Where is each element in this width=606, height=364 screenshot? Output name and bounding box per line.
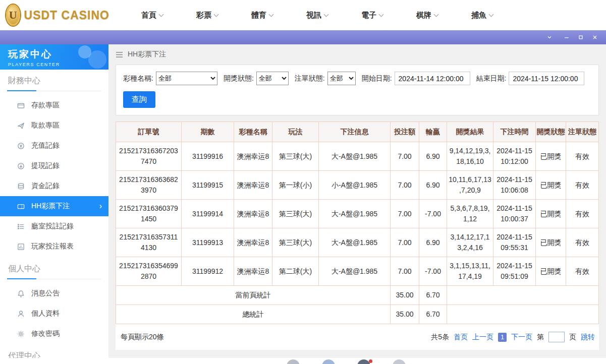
nav-item-home[interactable]: 首頁 [125,0,180,30]
col-result: 開獎結果 [447,122,493,142]
sidebar: 玩家中心 PLAYERS CENTER 財務中心 存款專區 取款專區 充值記錄 [0,44,108,364]
start-date-label: 開始日期: [362,74,392,83]
cell-order-status: 有效 [566,257,599,286]
order-status-select[interactable]: 全部 [327,72,356,85]
draw-status-select[interactable]: 全部 [256,72,289,85]
cell-order-status: 有效 [566,142,599,171]
close-icon[interactable] [588,32,602,43]
next-page-link[interactable]: 下一页 [511,333,532,342]
cell-info: 大-A盤@1.985 [319,228,391,257]
footer-icon[interactable] [393,359,406,364]
page-jump-input[interactable] [548,332,565,342]
start-date-input[interactable] [395,72,470,85]
main-content: HH彩票下注 彩種名稱: 全部 開獎狀態: 全部 注單狀態: 全部 [108,44,606,364]
draw-status-filter-label: 開獎狀態: [224,74,254,83]
first-page-link[interactable]: 首页 [454,333,468,342]
table-row: 2152173163636823970 31199915 澳洲幸运8 第一球(小… [116,171,599,200]
jump-label-before: 第 [537,333,544,342]
total-count: 共5条 [431,333,449,342]
nav-item-live[interactable]: 視訊 [290,0,345,30]
maximize-icon[interactable] [574,32,588,43]
col-info: 下注信息 [319,122,391,142]
col-play: 玩法 [272,122,319,142]
minimize-icon[interactable] [560,32,574,43]
app-window: U USDT CASINO 首頁 彩票 體育 視訊 電子 棋牌 捕魚 [0,0,606,364]
footer-icon[interactable] [322,359,335,364]
col-order-status: 注單狀態 [566,122,599,142]
cell-time: 2024-11-15 10:12:00 [493,142,536,171]
current-page-indicator[interactable]: 1 [498,333,507,342]
nav-item-sports[interactable]: 體育 [235,0,290,30]
cell-info: 大-A盤@1.985 [319,200,391,228]
pagination: 每頁顯示20條 共5条 首页 上一页 1 下一页 第 页 跳转 [116,324,599,350]
jump-label-after: 页 [569,333,576,342]
cell-bet: 7.00 [391,257,419,286]
cell-bet: 7.00 [391,200,419,228]
logo[interactable]: U USDT CASINO [6,5,109,26]
cell-order: 2152173163636823970 [116,171,182,200]
sidebar-menu-personal: 消息公告 個人資料 修改密碼 [0,279,108,345]
room-bet-record-icon [17,223,25,230]
sidebar-item-deposit[interactable]: 存款專區 [0,95,108,115]
filter-row: 彩種名稱: 全部 開獎狀態: 全部 注單狀態: 全部 開始日期: 結束日期: [123,72,591,85]
withdraw-icon [17,122,25,130]
sidebar-item-profile[interactable]: 個人資料 [0,304,108,324]
prev-page-link[interactable]: 上一页 [472,333,493,342]
summary-bet-total: 35.00 [391,305,419,324]
chevron-down-icon [269,12,274,17]
table-row: 2152173163603791450 31199914 澳洲幸运8 第三球(大… [116,200,599,228]
top-header: U USDT CASINO 首頁 彩票 體育 視訊 電子 棋牌 捕魚 [0,0,606,30]
page-title: HH彩票下注 [128,50,166,59]
collapse-icon[interactable] [542,32,557,43]
chevron-down-icon [489,12,494,17]
section-title-personal: 個人中心 [7,258,101,279]
search-button[interactable]: 查詢 [123,91,155,108]
sidebar-item-withdrawal-record[interactable]: 提現記錄 [0,156,108,176]
summary-row-current-page: 當前頁統計 35.00 6.70 [116,286,599,305]
end-date-input[interactable] [509,72,584,85]
sidebar-item-room-bet-record[interactable]: 廳室投註記錄 [0,216,108,236]
page-jump-button[interactable]: 跳转 [581,333,595,342]
app-shell: 玩家中心 PLAYERS CENTER 財務中心 存款專區 取款專區 充值記錄 [0,44,606,364]
cell-result: 5,3,6,7,8,19,1,12 [447,200,493,228]
nav-item-lottery[interactable]: 彩票 [180,0,235,30]
col-bet: 投注額 [391,122,419,142]
cell-order-status: 有效 [566,228,599,257]
nav-item-cards[interactable]: 棋牌 [400,0,455,30]
table-row: 2152173163573114130 31199913 澳洲幸运8 第三球(大… [116,228,599,257]
cell-info: 大-A盤@1.985 [319,257,391,286]
sidebar-item-hh-lottery-bet[interactable]: HH彩票下注 › [0,196,108,216]
cell-winloss: 6.90 [419,228,447,257]
summary-winloss-total: 6.70 [419,286,447,305]
hamburger-icon[interactable] [116,51,123,58]
cell-play: 第三球(大) [272,142,319,171]
sidebar-item-change-password[interactable]: 修改密碼 [0,324,108,344]
summary-label: 當前頁統計 [116,286,391,305]
summary-label: 總統計 [116,305,391,324]
cell-draw-status: 已開獎 [536,257,566,286]
cell-draw-status: 已開獎 [536,171,566,200]
cell-lottery: 澳洲幸运8 [234,200,272,228]
lottery-bet-icon [17,203,25,210]
sidebar-subtitle: PLAYERS CENTER [8,62,108,67]
sidebar-item-withdraw[interactable]: 取款專區 [0,115,108,136]
nav-item-slots[interactable]: 電子 [345,0,400,30]
funds-record-icon [17,183,25,190]
lottery-select[interactable]: 全部 [156,72,217,85]
footer-icon[interactable] [357,359,370,364]
nav-item-fishing[interactable]: 捕魚 [455,0,510,30]
footer-icon[interactable] [287,359,300,364]
sidebar-menu-finance: 存款專區 取款專區 充值記錄 提現記錄 資金記錄 [0,91,108,258]
cell-bet: 7.00 [391,142,419,171]
bet-report-icon [17,243,25,251]
cell-result: 10,11,6,17,13,7,20,9 [447,171,493,200]
sidebar-item-funds-record[interactable]: 資金記錄 [0,176,108,196]
cell-lottery: 澳洲幸运8 [234,171,272,200]
sidebar-item-bet-report[interactable]: 玩家投注報表 [0,236,108,257]
sidebar-item-recharge-record[interactable]: 充值記錄 [0,136,108,156]
summary-bet-total: 35.00 [391,286,419,305]
cell-period: 31199914 [182,200,234,228]
cell-info: 小-A盤@1.985 [319,171,391,200]
sidebar-item-announcements[interactable]: 消息公告 [0,283,108,304]
cell-winloss: -7.00 [419,200,447,228]
